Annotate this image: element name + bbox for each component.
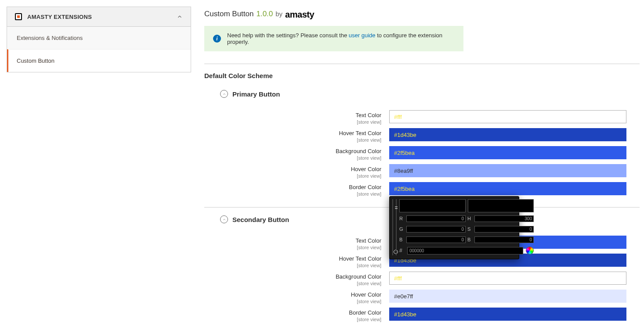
input-primary-border-color[interactable] <box>389 182 626 195</box>
primary-fields: Text Color[store view] Hover Text Color[… <box>220 110 640 197</box>
field-row-primary-background-color: Background Color[store view] <box>220 146 640 161</box>
field-row-secondary-hover-color: Hover Color[store view] <box>220 290 640 304</box>
input-secondary-background-color[interactable] <box>389 272 626 285</box>
field-row-primary-border-color: Border Color[store view] R <box>220 182 640 197</box>
picker-bv: B <box>467 235 534 244</box>
field-label: Background Color <box>220 148 381 154</box>
color-wheel-icon[interactable] <box>526 247 534 254</box>
subsection-primary-toggle[interactable]: Primary Button <box>220 90 640 98</box>
picker-g: G <box>399 225 466 233</box>
help-notice: i Need help with the settings? Please co… <box>204 26 463 51</box>
page-title-text: Custom Button <box>204 10 253 18</box>
sidebar-header[interactable]: AMASTY EXTENSIONS <box>7 7 191 27</box>
field-row-primary-hover-text-color: Hover Text Color[store view] <box>220 128 640 143</box>
field-row-primary-text-color: Text Color[store view] <box>220 110 640 125</box>
color-preview-current <box>468 199 534 212</box>
input-secondary-border-color[interactable] <box>389 308 626 321</box>
hash-icon: # <box>399 247 405 254</box>
field-scope: [store view] <box>220 299 381 304</box>
picker-g-input[interactable] <box>406 226 466 233</box>
collapse-icon <box>220 90 228 98</box>
field-scope: [store view] <box>220 263 381 268</box>
picker-bv-input[interactable] <box>474 236 534 243</box>
field-row-primary-hover-color: Hover Color[store view] <box>220 164 640 179</box>
field-label: Border Color <box>220 184 381 190</box>
page-version: 1.0.0 <box>256 10 273 18</box>
color-preview-new <box>399 199 466 212</box>
field-label: Background Color <box>220 273 381 280</box>
field-label: Text Color <box>220 112 381 118</box>
input-primary-background-color[interactable] <box>389 146 626 159</box>
field-label: Text Color <box>220 237 381 244</box>
user-guide-link[interactable]: user guide <box>349 32 376 39</box>
picker-hex-input[interactable] <box>407 247 523 254</box>
field-scope: [store view] <box>220 245 381 250</box>
sidebar-item-extensions[interactable]: Extensions & Notifications <box>7 27 191 49</box>
amasty-logo: amasty <box>285 10 314 20</box>
picker-r-input[interactable] <box>406 215 466 222</box>
field-label: Hover Text Color <box>220 255 381 262</box>
field-scope: [store view] <box>220 317 381 322</box>
page-title: Custom Button 1.0.0 by amasty <box>204 9 640 19</box>
sidebar-item-custom-button[interactable]: Custom Button <box>7 49 191 72</box>
field-label: Border Color <box>220 309 381 316</box>
sidebar-panel: AMASTY EXTENSIONS Extensions & Notificat… <box>7 7 191 72</box>
main-content: Custom Button 1.0.0 by amasty i Need hel… <box>191 0 644 333</box>
color-picker-sv-area[interactable] <box>392 199 393 255</box>
field-scope: [store view] <box>220 191 381 197</box>
sidebar: AMASTY EXTENSIONS Extensions & Notificat… <box>0 0 191 333</box>
field-label: Hover Color <box>220 291 381 298</box>
field-scope: [store view] <box>220 173 381 179</box>
picker-s: S <box>467 225 534 233</box>
chevron-up-icon <box>177 14 183 20</box>
field-scope: [store view] <box>220 155 381 161</box>
field-row-secondary-border-color: Border Color[store view] <box>220 308 640 322</box>
field-label: Hover Text Color <box>220 130 381 136</box>
section-title: Default Color Scheme <box>204 72 640 79</box>
picker-b: B <box>399 235 466 244</box>
input-secondary-hover-color[interactable] <box>389 290 626 303</box>
input-primary-text-color[interactable] <box>389 110 626 123</box>
input-primary-hover-text-color[interactable] <box>389 128 626 141</box>
field-row-secondary-background-color: Background Color[store view] <box>220 272 640 286</box>
color-picker[interactable]: R H G S B B # <box>389 196 519 259</box>
subsection-secondary-label: Secondary Button <box>232 216 289 223</box>
input-primary-hover-color[interactable] <box>389 164 626 177</box>
page-by: by <box>275 10 282 18</box>
picker-s-input[interactable] <box>474 226 534 233</box>
info-icon: i <box>213 35 221 43</box>
field-scope: [store view] <box>220 281 381 286</box>
field-label: Hover Color <box>220 166 381 172</box>
field-scope: [store view] <box>220 119 381 125</box>
divider <box>204 64 640 64</box>
field-scope: [store view] <box>220 137 381 143</box>
picker-h: H <box>467 214 534 223</box>
notice-text: Need help with the settings? Please cons… <box>227 32 455 45</box>
picker-r: R <box>399 214 466 223</box>
sidebar-header-title: AMASTY EXTENSIONS <box>27 14 92 20</box>
amasty-square-icon <box>15 13 22 20</box>
collapse-icon <box>220 215 228 223</box>
picker-h-input[interactable] <box>474 215 534 222</box>
color-picker-hue-bar[interactable] <box>396 199 397 255</box>
color-picker-controls: R H G S B B # <box>399 199 534 256</box>
subsection-primary-label: Primary Button <box>232 90 280 98</box>
picker-b-input[interactable] <box>406 236 466 243</box>
